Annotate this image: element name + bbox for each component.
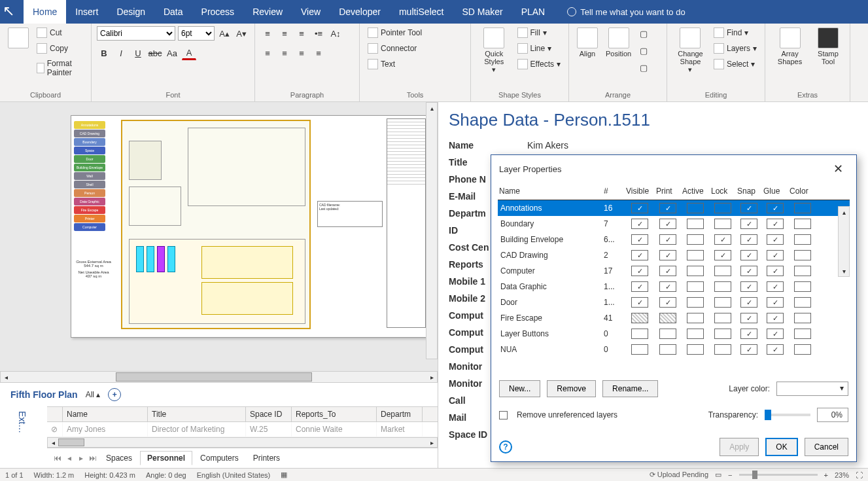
shape-data-row[interactable]: NameKim Akers — [449, 137, 858, 154]
layer-row[interactable]: Fire Escape41✓✓ — [498, 310, 850, 326]
change-case-button[interactable]: Aa — [165, 46, 179, 60]
layer-checkbox[interactable] — [714, 281, 731, 292]
connector-tool-button[interactable]: Connector — [365, 42, 419, 55]
rename-layer-button[interactable]: Rename... — [602, 380, 658, 397]
layer-checkbox[interactable] — [687, 329, 704, 339]
layer-checkbox[interactable]: ✓ — [740, 266, 757, 276]
col-reports[interactable]: Reports_To — [292, 407, 377, 421]
scroll-left-button[interactable]: ◂ — [1, 372, 11, 382]
new-layer-button[interactable]: New... — [499, 380, 540, 397]
legend-item[interactable]: Person — [74, 189, 105, 197]
layer-checkbox[interactable]: ✓ — [659, 219, 676, 229]
presentation-mode-icon[interactable]: ▭ — [715, 471, 721, 479]
layer-row[interactable]: Computer17✓✓✓✓ — [498, 263, 850, 279]
layer-checkbox[interactable]: ✓ — [659, 297, 676, 308]
layer-row[interactable]: NUA0✓✓ — [498, 342, 850, 357]
sheet-nav-prev[interactable]: ◂ — [64, 454, 75, 463]
layer-checkbox[interactable] — [631, 344, 648, 355]
layer-checkbox[interactable] — [714, 203, 731, 213]
layer-checkbox[interactable]: ✓ — [659, 234, 676, 245]
tab-view[interactable]: View — [292, 0, 330, 24]
layer-checkbox[interactable] — [794, 203, 811, 213]
layer-checkbox[interactable]: ✓ — [631, 234, 648, 245]
tab-home[interactable]: Home — [24, 0, 66, 24]
col-name[interactable]: Name — [63, 407, 148, 421]
layer-checkbox[interactable] — [794, 219, 811, 229]
layer-checkbox[interactable] — [794, 281, 811, 292]
layer-checkbox[interactable]: ✓ — [740, 281, 757, 292]
legend-item[interactable]: Space — [74, 147, 105, 154]
drawing-canvas[interactable]: AnnotationsCAD DrawingBoundarySpaceDoorB… — [0, 102, 438, 371]
grow-font-button[interactable]: A▴ — [217, 26, 232, 41]
sheet-tab-spaces[interactable]: Spaces — [99, 452, 139, 465]
col-dept[interactable]: Departm — [377, 407, 423, 421]
layer-checkbox[interactable]: ✓ — [714, 250, 731, 260]
tab-design[interactable]: Design — [107, 0, 154, 24]
grid-scroll-left[interactable]: ◂ — [48, 437, 58, 448]
layer-checkbox[interactable]: ✓ — [767, 329, 784, 339]
zoom-slider[interactable] — [739, 474, 818, 476]
find-button[interactable]: Find ▾ — [711, 26, 759, 39]
layer-checkbox[interactable]: ✓ — [767, 297, 784, 308]
transparency-value[interactable]: 0% — [817, 408, 848, 422]
layer-table-scrollbar[interactable]: ▴ ▾ — [838, 206, 850, 277]
pointer-tool-button[interactable]: Pointer Tool — [365, 26, 425, 39]
legend-item[interactable]: Printer — [74, 215, 105, 223]
scroll-up-button[interactable]: ▴ — [426, 103, 437, 113]
text-tool-button[interactable]: Text — [365, 58, 398, 71]
col-title[interactable]: Title — [148, 407, 246, 421]
tab-review[interactable]: Review — [243, 0, 292, 24]
layer-checkbox[interactable] — [794, 250, 811, 260]
legend-item[interactable]: Data Graphic — [74, 198, 105, 205]
remove-layer-button[interactable]: Remove — [547, 380, 596, 397]
tab-sdmaker[interactable]: SD Maker — [453, 0, 512, 24]
legend-item[interactable]: Door — [74, 155, 105, 163]
format-painter-button[interactable]: Format Painter — [34, 58, 86, 79]
layer-checkbox[interactable] — [794, 234, 811, 245]
layer-row[interactable]: CAD Drawing2✓✓✓✓✓ — [498, 247, 850, 263]
font-name-select[interactable]: Calibri — [97, 26, 175, 41]
layer-checkbox[interactable]: ✓ — [767, 234, 784, 245]
zoom-in-button[interactable]: + — [824, 471, 828, 479]
page-tab-current[interactable]: Fifth Floor Plan — [10, 389, 78, 400]
external-data-tab[interactable]: Ext… — [17, 411, 27, 433]
legend-item[interactable]: Boundary — [74, 138, 105, 146]
align-top-button[interactable]: ≡ — [260, 26, 275, 41]
stamp-tool-button[interactable]: Stamp Tool — [812, 26, 844, 67]
layer-row[interactable]: Door1...✓✓✓✓ — [498, 294, 850, 310]
layer-checkbox[interactable]: ✓ — [767, 266, 784, 276]
col-spaceid[interactable]: Space ID — [246, 407, 292, 421]
layer-checkbox[interactable]: ✓ — [767, 219, 784, 229]
help-icon[interactable]: ? — [499, 440, 512, 454]
layer-checkbox[interactable]: ✓ — [740, 219, 757, 229]
tab-plan[interactable]: PLAN — [512, 0, 555, 24]
tab-data[interactable]: Data — [154, 0, 192, 24]
zoom-out-button[interactable]: − — [728, 471, 732, 479]
layer-checkbox[interactable] — [714, 219, 731, 229]
layer-checkbox[interactable] — [687, 344, 704, 355]
sheet-tab-printers[interactable]: Printers — [247, 452, 286, 465]
quick-styles-button[interactable]: Quick Styles ▾ — [476, 26, 512, 75]
layer-row[interactable]: Annotations16✓✓✓✓ — [498, 200, 850, 216]
layer-checkbox[interactable]: ✓ — [631, 297, 648, 308]
ok-button[interactable]: OK — [765, 438, 797, 456]
copy-button[interactable]: Copy — [34, 42, 86, 55]
effects-button[interactable]: Effects ▾ — [515, 58, 563, 71]
layer-checkbox[interactable]: ✓ — [740, 297, 757, 308]
layer-checkbox[interactable]: ✓ — [631, 281, 648, 292]
table-row[interactable]: ⊘ Amy Jones Director of Marketing W.25 C… — [47, 422, 438, 437]
line-button[interactable]: Line ▾ — [515, 42, 563, 55]
underline-button[interactable]: U — [131, 46, 145, 60]
layer-checkbox[interactable] — [794, 313, 811, 323]
layer-checkbox[interactable]: ✓ — [631, 203, 648, 213]
send-back-button[interactable]: ▢ — [636, 43, 651, 58]
layer-checkbox[interactable]: ✓ — [659, 203, 676, 213]
layer-checkbox[interactable] — [714, 297, 731, 308]
layer-checkbox[interactable] — [687, 297, 704, 308]
layer-row[interactable]: Layer Buttons0✓✓ — [498, 326, 850, 342]
grid-hscrollbar[interactable]: ◂ ▸ — [47, 437, 438, 448]
tab-insert[interactable]: Insert — [66, 0, 107, 24]
tab-process[interactable]: Process — [192, 0, 244, 24]
sheet-tab-computers[interactable]: Computers — [194, 452, 245, 465]
layer-checkbox[interactable] — [794, 329, 811, 339]
